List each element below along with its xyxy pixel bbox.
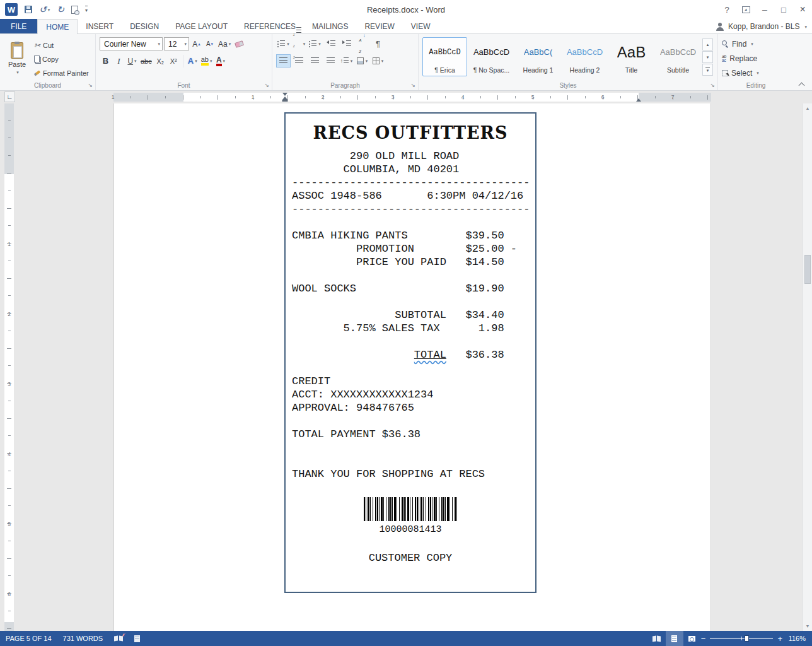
- styles-more-button[interactable]: ▾: [702, 64, 713, 76]
- zoom-slider-thumb[interactable]: [745, 635, 749, 642]
- clear-formatting-button[interactable]: [233, 37, 245, 50]
- print-layout-button[interactable]: [666, 631, 683, 646]
- vertical-ruler[interactable]: 1 2 3 4 5 6: [4, 103, 14, 631]
- align-center-button[interactable]: [292, 54, 306, 68]
- tab-mailings[interactable]: MAILINGS: [304, 19, 356, 33]
- word-logo-icon[interactable]: W: [5, 3, 18, 16]
- document-page[interactable]: RECS OUTFITTERS 290 OLD MILL ROAD COLUMB…: [113, 103, 711, 631]
- scrollbar-thumb[interactable]: [804, 255, 811, 284]
- zoom-slider[interactable]: [710, 638, 773, 639]
- text-effects-button[interactable]: A: [187, 54, 199, 68]
- tab-file[interactable]: FILE: [0, 19, 37, 33]
- account-menu[interactable]: Kopp, Brandon - BLS: [716, 19, 807, 34]
- scroll-down-icon[interactable]: ▼: [803, 621, 812, 631]
- font-size-combobox[interactable]: 12: [164, 37, 189, 50]
- word-count[interactable]: 731 WORDS: [57, 631, 109, 646]
- superscript-button[interactable]: X²: [168, 54, 180, 68]
- tab-page-layout[interactable]: PAGE LAYOUT: [167, 19, 236, 33]
- font-family-combobox[interactable]: Courier New: [100, 37, 163, 50]
- style-heading-2[interactable]: AaBbCcD Heading 2: [562, 37, 607, 76]
- status-doc-button[interactable]: [129, 631, 146, 646]
- borders-button[interactable]: [371, 54, 385, 68]
- right-indent-marker[interactable]: [636, 98, 641, 102]
- style-title[interactable]: AaB Title: [609, 37, 654, 76]
- customize-qat-button[interactable]: [85, 6, 88, 13]
- italic-button[interactable]: I: [113, 54, 125, 68]
- numbering-button[interactable]: [292, 37, 306, 50]
- sort-button[interactable]: ↓: [355, 37, 369, 50]
- tab-design[interactable]: DESIGN: [122, 19, 167, 33]
- receipt-line: APPROVAL: 948476765: [292, 401, 529, 414]
- decrease-indent-button[interactable]: [323, 37, 338, 50]
- dialog-launcher-icon[interactable]: [88, 83, 93, 88]
- zoom-level[interactable]: 116%: [787, 635, 806, 642]
- receipt-text-box[interactable]: RECS OUTFITTERS 290 OLD MILL ROAD COLUMB…: [284, 112, 536, 593]
- replace-icon: abac: [722, 55, 726, 62]
- zoom-in-button[interactable]: +: [777, 635, 782, 643]
- line-spacing-button[interactable]: ↕: [339, 54, 354, 68]
- styles-scroll-up-button[interactable]: ▴: [702, 38, 713, 50]
- proofing-status-button[interactable]: ✗: [108, 631, 129, 646]
- horizontal-ruler[interactable]: 1 1 2 3 4 5 6 7: [113, 93, 711, 102]
- styles-scroll-down-button[interactable]: ▾: [702, 51, 713, 63]
- tab-home[interactable]: HOME: [37, 19, 78, 34]
- undo-button[interactable]: [39, 5, 50, 14]
- highlight-color-button[interactable]: ab: [200, 54, 214, 68]
- dialog-launcher-icon[interactable]: [710, 83, 715, 88]
- copy-button[interactable]: Copy: [34, 53, 89, 65]
- redo-button[interactable]: [57, 5, 64, 14]
- multilevel-list-button[interactable]: [308, 37, 322, 50]
- font-color-button[interactable]: A: [215, 54, 227, 68]
- underline-button[interactable]: U: [126, 54, 138, 68]
- shrink-font-button[interactable]: A: [204, 37, 216, 50]
- bold-button[interactable]: B: [100, 54, 112, 68]
- left-indent-marker[interactable]: [282, 100, 288, 102]
- page-indicator[interactable]: PAGE 5 OF 14: [0, 631, 57, 646]
- grow-font-button[interactable]: A: [190, 37, 202, 50]
- help-button[interactable]: ?: [717, 1, 736, 18]
- web-layout-button[interactable]: [683, 631, 701, 646]
- select-button[interactable]: Select: [722, 66, 791, 79]
- first-line-indent-marker[interactable]: [282, 93, 287, 96]
- outdent-icon: [327, 40, 329, 44]
- increase-indent-button[interactable]: [339, 37, 354, 50]
- strikethrough-button[interactable]: abc: [139, 54, 153, 68]
- barcode: [364, 497, 457, 521]
- style-subtitle[interactable]: AaBbCcD Subtitle: [656, 37, 700, 76]
- justify-button[interactable]: [323, 54, 338, 68]
- style-no-spacing[interactable]: AaBbCcD ¶ No Spac...: [469, 37, 514, 76]
- find-button[interactable]: Find: [722, 37, 791, 50]
- maximize-button[interactable]: [774, 1, 793, 18]
- save-button[interactable]: [25, 6, 32, 13]
- tab-insert[interactable]: INSERT: [78, 19, 122, 33]
- replace-button[interactable]: abacReplace: [722, 52, 791, 65]
- tab-view[interactable]: VIEW: [403, 19, 439, 33]
- dialog-launcher-icon[interactable]: [410, 83, 415, 88]
- collapse-ribbon-button[interactable]: [799, 81, 804, 87]
- style-erica[interactable]: AaBbCcD ¶ Erica: [422, 37, 467, 76]
- dialog-launcher-icon[interactable]: [264, 83, 269, 88]
- styles-group: AaBbCcD ¶ Erica AaBbCcD ¶ No Spac... AaB…: [419, 34, 718, 90]
- cut-button[interactable]: Cut: [34, 39, 89, 51]
- zoom-out-button[interactable]: −: [701, 635, 706, 643]
- minimize-button[interactable]: [755, 1, 774, 18]
- scroll-up-icon[interactable]: ▲: [803, 103, 812, 113]
- ribbon-display-options-button[interactable]: ▴: [736, 1, 755, 18]
- paste-button[interactable]: Paste: [4, 37, 30, 79]
- tab-review[interactable]: REVIEW: [356, 19, 402, 33]
- show-formatting-marks-button[interactable]: ¶: [371, 37, 385, 50]
- close-button[interactable]: [793, 1, 812, 18]
- align-right-button[interactable]: [308, 54, 322, 68]
- style-heading-1[interactable]: AaBbC( Heading 1: [516, 37, 560, 76]
- read-mode-button[interactable]: [648, 631, 666, 646]
- shading-button[interactable]: [355, 54, 369, 68]
- tab-stop-selector[interactable]: ∟: [4, 91, 15, 102]
- format-painter-button[interactable]: Format Painter: [34, 67, 89, 79]
- subscript-button[interactable]: X₂: [154, 54, 166, 68]
- align-left-button[interactable]: [276, 54, 291, 68]
- change-case-button[interactable]: Aa: [217, 37, 232, 50]
- bullets-button[interactable]: [276, 37, 291, 50]
- print-preview-button[interactable]: [71, 6, 78, 14]
- vertical-scrollbar[interactable]: ▲ ▼: [803, 103, 812, 631]
- proofing-book-icon: ✗: [114, 635, 123, 642]
